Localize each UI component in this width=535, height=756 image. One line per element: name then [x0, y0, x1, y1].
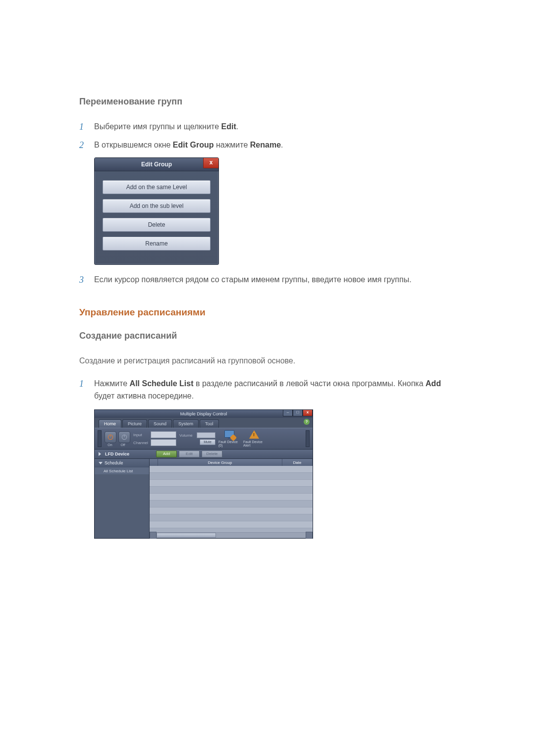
step-number: 2 — [79, 139, 94, 152]
heading-schedule-management: Управление расписаниями — [79, 307, 456, 318]
warning-triangle-icon — [249, 430, 259, 439]
mdc-window: Multiple Display Control – □ x Home Pict… — [94, 409, 313, 539]
caret-right-icon — [99, 452, 103, 456]
table-row — [150, 507, 313, 514]
add-same-level-button[interactable]: Add on the same Level — [103, 180, 211, 194]
rename-steps-list: 1 Выберите имя группы и щелкните Edit. 2… — [79, 121, 456, 152]
table-row — [150, 501, 313, 507]
rename-button[interactable]: Rename — [103, 237, 211, 251]
tree-node-schedule[interactable]: Schedule — [95, 459, 149, 467]
lfd-strip: LFD Device Add Edit Delete — [95, 450, 313, 459]
tab-system[interactable]: System — [173, 419, 199, 428]
grid-col-device-group: Device Group — [158, 459, 282, 466]
scroll-track[interactable] — [157, 533, 306, 538]
mdc-body: Schedule All Schedule List Device Group … — [95, 459, 313, 538]
tab-tool[interactable]: Tool — [200, 419, 219, 428]
dialog-close-button[interactable]: x — [203, 158, 218, 168]
heading-rename-groups: Переименование групп — [79, 97, 456, 107]
close-button[interactable]: x — [303, 410, 313, 416]
power-off-button[interactable] — [118, 431, 130, 443]
power-off-label: Off — [117, 443, 128, 447]
step-number: 1 — [79, 377, 94, 391]
delete-button[interactable]: Delete — [202, 451, 222, 457]
lfd-device-header[interactable]: LFD Device — [95, 452, 153, 456]
schedule-step-1: 1 Нажмите All Schedule List в разделе ра… — [79, 378, 456, 403]
channel-select[interactable] — [151, 439, 176, 446]
scroll-left-button[interactable] — [98, 430, 102, 447]
schedule-grid: Device Group Date — [150, 459, 313, 538]
fault-device-indicator[interactable]: Fault Device (0) — [218, 430, 240, 447]
mdc-tab-bar: Home Picture Sound System Tool ? — [95, 418, 313, 428]
step-text: В открывшемся окне Edit Group нажмите Re… — [94, 139, 456, 151]
horizontal-scrollbar[interactable] — [150, 532, 313, 538]
power-on-label: On — [105, 443, 115, 447]
mdc-titlebar: Multiple Display Control – □ x — [95, 410, 313, 418]
step-text: Если курсор появляется рядом со старым и… — [94, 274, 456, 286]
scroll-thumb[interactable] — [157, 533, 216, 538]
tab-sound[interactable]: Sound — [148, 419, 172, 428]
volume-slider[interactable] — [197, 432, 215, 438]
step-text: Выберите имя группы и щелкните Edit. — [94, 121, 456, 133]
mdc-title-text: Multiple Display Control — [180, 411, 227, 416]
power-icon — [107, 434, 114, 441]
edit-group-dialog: Edit Group x Add on the same Level Add o… — [94, 157, 219, 265]
input-channel-group: Input Channel — [133, 431, 176, 446]
heading-create-schedules: Создание расписаний — [79, 331, 456, 341]
dialog-titlebar: Edit Group x — [95, 158, 218, 171]
rename-step-2: 2 В открывшемся окне Edit Group нажмите … — [79, 139, 456, 152]
grid-col-checkbox — [150, 459, 158, 466]
strip-buttons: Add Edit Delete — [153, 451, 222, 457]
dialog-title-text: Edit Group — [141, 161, 172, 168]
delete-button[interactable]: Delete — [103, 218, 211, 232]
tab-picture[interactable]: Picture — [122, 419, 147, 428]
volume-label: Volume — [179, 433, 195, 438]
table-row — [150, 528, 313, 532]
sidebar-tree: Schedule All Schedule List — [95, 459, 150, 538]
document-page: Переименование групп 1 Выберите имя груп… — [0, 0, 535, 756]
table-row — [150, 466, 313, 473]
rename-step-1: 1 Выберите имя группы и щелкните Edit. — [79, 121, 456, 134]
input-select[interactable] — [151, 431, 176, 438]
fault-alert-indicator[interactable]: Fault Device Alert — [243, 430, 265, 447]
scroll-left-icon[interactable] — [150, 532, 157, 539]
volume-group: Volume Mute — [179, 432, 215, 445]
grid-header: Device Group Date — [150, 459, 313, 466]
step-number: 1 — [79, 120, 94, 134]
edit-button[interactable]: Edit — [179, 451, 200, 457]
table-row — [150, 487, 313, 494]
table-row — [150, 480, 313, 487]
grid-rows — [150, 466, 313, 532]
input-label: Input — [133, 433, 149, 437]
intro-text: Создание и регистрация расписаний на гру… — [79, 355, 456, 367]
power-icon — [121, 434, 128, 441]
window-buttons: – □ x — [283, 410, 313, 416]
rename-steps-list-cont: 3 Если курсор появляется рядом со старым… — [79, 274, 456, 287]
step-number: 3 — [79, 273, 94, 287]
tab-home[interactable]: Home — [99, 419, 121, 428]
add-button[interactable]: Add — [156, 451, 177, 457]
table-row — [150, 473, 313, 480]
maximize-button[interactable]: □ — [293, 410, 303, 416]
dialog-body: Add on the same Level Add on the sub lev… — [95, 171, 218, 257]
add-sub-level-button[interactable]: Add on the sub level — [103, 199, 211, 213]
power-on-button[interactable] — [105, 431, 116, 443]
caret-down-icon — [99, 462, 103, 464]
rename-step-3: 3 Если курсор появляется рядом со старым… — [79, 274, 456, 287]
scroll-right-icon[interactable] — [306, 532, 313, 539]
step-text: Нажмите All Schedule List в разделе расп… — [94, 378, 456, 403]
schedule-steps-list: 1 Нажмите All Schedule List в разделе ра… — [79, 378, 456, 403]
table-row — [150, 521, 313, 528]
table-row — [150, 514, 313, 521]
help-icon[interactable]: ? — [304, 419, 310, 425]
mdc-toolbar: On Off Input Channel Volume — [95, 428, 313, 450]
mute-button[interactable]: Mute — [200, 439, 215, 445]
table-row — [150, 494, 313, 501]
grid-col-date: Date — [282, 459, 313, 466]
power-group: On Off — [105, 431, 130, 447]
channel-label: Channel — [133, 441, 149, 445]
monitor-warn-icon — [224, 430, 234, 439]
scroll-right-button[interactable] — [306, 430, 310, 447]
tree-node-all-schedule-list[interactable]: All Schedule List — [95, 467, 149, 474]
minimize-button[interactable]: – — [283, 410, 293, 416]
